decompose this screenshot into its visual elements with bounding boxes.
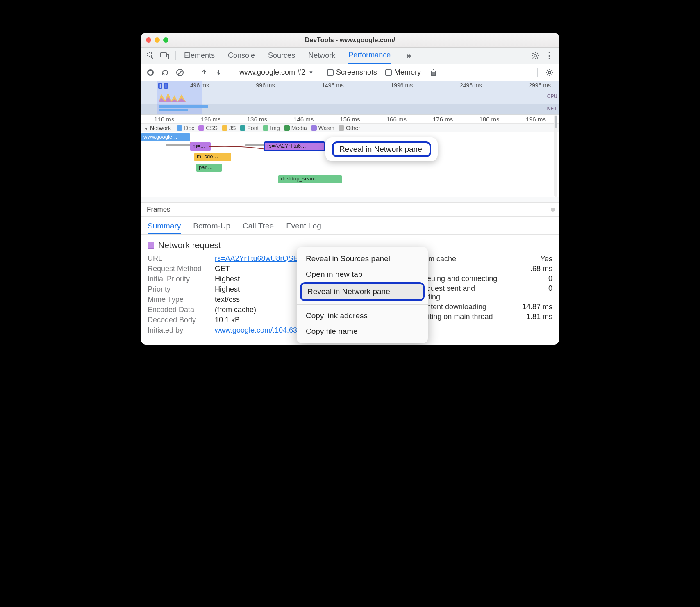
network-bar-css[interactable]: m=… — [190, 142, 211, 151]
detail-tab-bottom-up[interactable]: Bottom-Up — [193, 219, 230, 234]
initial-priority-value: Highest — [215, 275, 240, 283]
menu-reveal-network[interactable]: Reveal in Network panel — [300, 282, 425, 301]
initiated-link[interactable]: www.google.com/:104:63 — [215, 326, 297, 335]
from-cache-value: Yes — [541, 255, 552, 263]
tab-performance[interactable]: Performance — [348, 48, 391, 64]
tick-label: 126 ms — [187, 116, 234, 123]
inspect-icon[interactable] — [145, 50, 157, 62]
menu-open-new-tab[interactable]: Open in new tab — [297, 267, 428, 282]
checkbox-icon — [327, 69, 334, 76]
flame-chart[interactable]: 116 ms 126 ms 136 ms 146 ms 156 ms 166 m… — [141, 115, 559, 197]
legend-label: Font — [247, 125, 259, 131]
disclosure-triangle-icon: ▼ — [144, 126, 148, 131]
sent-value: 0 — [548, 284, 552, 301]
net-overview-bar — [159, 105, 208, 108]
profile-label: www.google.com #2 — [239, 68, 305, 77]
initiated-label: Initiated by — [148, 326, 209, 335]
device-toggle-icon[interactable] — [159, 50, 170, 62]
reload-record-button[interactable] — [160, 67, 170, 78]
legend-swatch — [222, 125, 227, 131]
kebab-menu-icon[interactable]: ⋮ — [543, 50, 555, 62]
mime-label: Mime Type — [148, 295, 209, 304]
url-label: URL — [148, 254, 209, 263]
cpu-overview-plot — [159, 90, 559, 102]
tick-label: 176 ms — [420, 116, 466, 123]
mime-value: text/css — [215, 295, 240, 304]
network-track-label: Network — [150, 125, 171, 131]
performance-toolbar: www.google.com #2 ▼ Screenshots Memory — [141, 64, 559, 81]
legend-label: Other — [346, 125, 360, 131]
tick-label: 496 ms — [190, 82, 209, 89]
download-profile-icon[interactable] — [214, 67, 224, 78]
screenshots-checkbox[interactable]: Screenshots — [327, 68, 377, 77]
network-bar-img[interactable]: pari… — [196, 164, 222, 172]
network-bar-js[interactable]: m=cdo… — [194, 153, 231, 161]
separator — [320, 68, 320, 77]
menu-copy-link[interactable]: Copy link address — [297, 308, 428, 324]
checkbox-icon — [385, 69, 392, 76]
detail-tab-summary[interactable]: Summary — [148, 219, 181, 234]
menu-divider — [297, 304, 428, 305]
encoded-label: Encoded Data — [148, 306, 209, 314]
more-tabs-icon[interactable]: » — [403, 50, 414, 62]
detail-tab-event-log[interactable]: Event Log — [286, 219, 321, 234]
network-bar-doc[interactable]: www.google… — [141, 133, 190, 141]
record-button[interactable] — [145, 67, 156, 78]
tab-console[interactable]: Console — [227, 48, 256, 63]
legend-label: Wasm — [318, 125, 334, 131]
panel-resize-handle[interactable]: ··· — [141, 197, 559, 203]
menu-reveal-sources[interactable]: Reveal in Sources panel — [297, 251, 428, 267]
traffic-lights — [146, 37, 168, 43]
svg-rect-1 — [161, 53, 166, 57]
initial-priority-label: Initial Priority — [148, 275, 209, 283]
tab-elements[interactable]: Elements — [183, 48, 216, 63]
memory-checkbox[interactable]: Memory — [385, 68, 421, 77]
vertical-scrollbar[interactable] — [554, 115, 557, 197]
tab-sources[interactable]: Sources — [267, 48, 296, 63]
priority-value: Highest — [215, 285, 240, 294]
upload-profile-icon[interactable] — [199, 67, 209, 78]
legend-swatch — [240, 125, 245, 131]
profile-selector[interactable]: www.google.com #2 ▼ — [239, 68, 314, 77]
decoded-label: Decoded Body — [148, 316, 209, 324]
net-overview-bar — [159, 109, 188, 111]
devtools-tabstrip: Elements Console Sources Network Perform… — [141, 48, 559, 64]
category-swatch — [148, 242, 154, 249]
tick-label: 156 ms — [327, 116, 373, 123]
legend-swatch — [263, 125, 268, 131]
network-bar-selected[interactable]: rs=AA2YrTtu6… — [265, 142, 324, 151]
network-track-header[interactable]: ▼Network Doc CSS JS Font Img Media Wasm … — [141, 124, 559, 132]
frames-track-header[interactable]: Frames — [141, 203, 559, 217]
tick-label: 1496 ms — [322, 82, 344, 89]
tab-network[interactable]: Network — [307, 48, 336, 63]
queuing-label: Queuing and connecting — [417, 274, 497, 283]
net-axis-label: NET — [547, 106, 557, 112]
garbage-collect-icon[interactable] — [428, 67, 439, 78]
detail-tab-call-tree[interactable]: Call Tree — [243, 219, 274, 234]
svg-point-3 — [534, 55, 536, 57]
decoded-value: 10.1 kB — [215, 316, 240, 324]
svg-line-5 — [177, 70, 182, 75]
settings-icon[interactable] — [530, 50, 541, 62]
legend-swatch — [284, 125, 290, 131]
menu-copy-filename[interactable]: Copy file name — [297, 324, 428, 339]
separator — [175, 51, 176, 60]
legend-swatch — [339, 125, 344, 131]
network-bar-img[interactable]: desktop_searc… — [278, 175, 342, 183]
reveal-tooltip-text: Reveal in Network panel — [332, 141, 431, 157]
fullscreen-window-button[interactable] — [163, 37, 168, 43]
capture-settings-icon[interactable] — [544, 67, 555, 78]
clear-button[interactable] — [175, 67, 185, 78]
content-value: 14.87 ms — [522, 303, 552, 311]
legend-swatch — [177, 125, 182, 131]
network-thin-bar — [245, 144, 266, 146]
tick-label: 2996 ms — [529, 82, 551, 89]
close-window-button[interactable] — [146, 37, 151, 43]
duration-value: .68 ms — [530, 265, 552, 273]
minimize-window-button[interactable] — [155, 37, 160, 43]
summary-panel: Network request URL rs=AA2YrTtu68wU8rQSE… — [141, 235, 559, 345]
timeline-overview[interactable]: |||| 496 ms 996 ms 1496 ms 1996 ms 2496 … — [141, 81, 559, 115]
mainthread-value: 1.81 ms — [526, 313, 552, 321]
tick-label: 146 ms — [280, 116, 327, 123]
queuing-value: 0 — [548, 274, 552, 283]
